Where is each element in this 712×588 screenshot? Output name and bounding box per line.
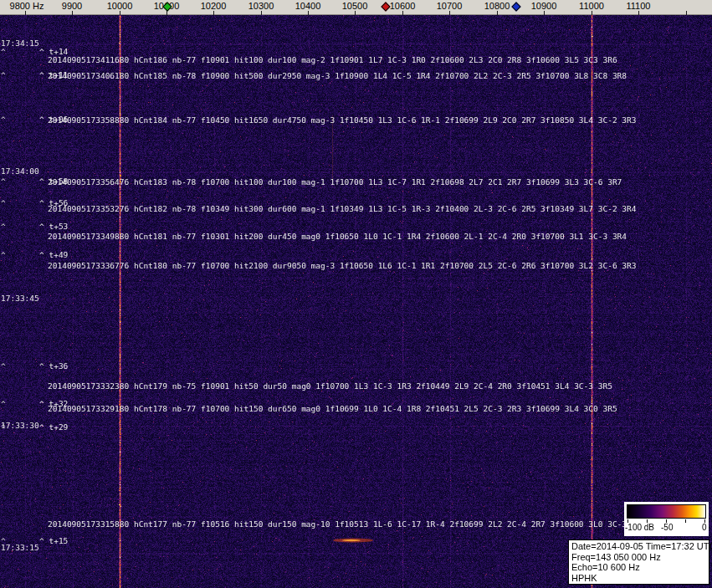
freq-tick bbox=[213, 11, 214, 15]
freq-tick bbox=[592, 11, 592, 15]
freq-tick-label: 10500 bbox=[342, 1, 368, 11]
event-marker: ^ t+53 bbox=[39, 222, 68, 231]
frequency-axis: 9800 Hz 9900 10000 10100 10200 10300 104… bbox=[0, 0, 712, 15]
info-date-time: Date=2014-09-05 Time=17:32 UTC bbox=[571, 541, 706, 552]
edge-caret: ^ bbox=[1, 222, 6, 231]
detection-line: 20140905173358880 hCnt184 nb-77 f10450 h… bbox=[48, 115, 637, 125]
color-scale-legend: -100 dB -50 0 bbox=[624, 502, 709, 536]
info-echo: Echo=10 600 Hz bbox=[571, 562, 706, 573]
freq-tick bbox=[72, 11, 73, 15]
freq-tick bbox=[544, 11, 545, 15]
detection-line: 20140905173315880 hCnt177 nb-77 f10516 h… bbox=[48, 519, 646, 529]
event-marker: ^ t+49 bbox=[39, 250, 68, 259]
detection-line: 20140905173406180 hCnt185 nb-78 f10900 h… bbox=[48, 71, 627, 80]
detection-line: 20140905173329180 hCnt178 nb-77 f10700 h… bbox=[48, 404, 617, 413]
freq-tick bbox=[261, 11, 262, 15]
detection-line: 20140905173336776 hCnt180 nb-77 f10700 h… bbox=[48, 261, 637, 270]
edge-caret: ^ bbox=[1, 47, 6, 56]
legend-label-max: 0 bbox=[702, 523, 707, 532]
edge-caret: ^ bbox=[1, 70, 6, 79]
legend-label-min: -100 dB bbox=[625, 523, 654, 532]
detection-line: 20140905173356476 hCnt183 nb-78 f10700 h… bbox=[48, 177, 622, 187]
color-scale-gradient bbox=[627, 504, 706, 519]
freq-tick-label: 10600 bbox=[390, 1, 416, 11]
freq-tick-label: 10400 bbox=[295, 1, 321, 11]
edge-caret: ^ bbox=[1, 176, 6, 186]
edge-caret: ^ bbox=[1, 361, 6, 371]
info-frequency: Freq=143 050 000 Hz bbox=[571, 552, 706, 563]
edge-caret: ^ bbox=[1, 399, 6, 408]
freq-tick bbox=[686, 11, 687, 15]
freq-tick bbox=[402, 11, 403, 15]
edge-caret: ^ bbox=[1, 198, 6, 207]
legend-tick bbox=[685, 519, 686, 523]
freq-tick-label: 10300 bbox=[248, 1, 274, 11]
event-marker: ^ t+29 bbox=[39, 422, 68, 432]
freq-tick-label: 10800 bbox=[484, 1, 510, 11]
time-tick-label: 17:33:30 bbox=[1, 421, 39, 430]
detection-line: 20140905173411680 hCnt186 nb-77 f10901 h… bbox=[48, 55, 617, 64]
spectrogram-app: 9800 Hz 9900 10000 10100 10200 10300 104… bbox=[0, 0, 712, 588]
time-tick-label: 17:34:15 bbox=[1, 38, 39, 48]
freq-tick-label: 10000 bbox=[107, 1, 133, 11]
freq-tick bbox=[25, 11, 26, 15]
blue-diamond-marker[interactable] bbox=[511, 2, 520, 11]
edge-caret: ^ bbox=[1, 422, 6, 432]
freq-tick-label: 11000 bbox=[579, 1, 604, 11]
freq-tick bbox=[120, 11, 120, 15]
freq-tick bbox=[638, 11, 639, 15]
time-tick-label: 17:34:00 bbox=[1, 166, 39, 176]
freq-tick-label: 11100 bbox=[627, 1, 651, 11]
time-tick-label: 17:33:15 bbox=[1, 543, 39, 552]
freq-tick-label: 10200 bbox=[201, 1, 227, 11]
freq-tick bbox=[308, 11, 309, 15]
detection-line: 20140905173353276 hCnt182 nb-78 f10349 h… bbox=[48, 204, 637, 213]
info-box: Date=2014-09-05 Time=17:32 UTC Freq=143 … bbox=[568, 539, 709, 585]
freq-tick-label: 10900 bbox=[531, 1, 557, 11]
freq-tick bbox=[166, 11, 167, 15]
spectrogram-canvas bbox=[0, 15, 712, 588]
freq-tick bbox=[355, 11, 356, 15]
edge-caret: ^ bbox=[1, 115, 6, 124]
freq-tick bbox=[449, 11, 450, 15]
edge-caret: ^ bbox=[1, 250, 6, 259]
freq-tick-label: 10700 bbox=[437, 1, 463, 11]
event-marker: ^ t+15 bbox=[39, 536, 68, 545]
detection-line: 20140905173332380 hCnt179 nb-75 f10901 h… bbox=[48, 381, 612, 391]
freq-tick bbox=[497, 11, 498, 15]
edge-caret: ^ bbox=[1, 536, 6, 545]
event-marker: ^ t+36 bbox=[39, 361, 68, 371]
legend-label-mid: -50 bbox=[661, 523, 673, 532]
freq-tick-label: 9900 bbox=[62, 1, 82, 11]
freq-tick-label: 9800 Hz bbox=[10, 1, 44, 11]
info-station: HPHK bbox=[571, 573, 706, 584]
detection-line: 20140905173349880 hCnt181 nb-77 f10301 h… bbox=[48, 232, 627, 241]
time-tick-label: 17:33:45 bbox=[1, 294, 39, 303]
